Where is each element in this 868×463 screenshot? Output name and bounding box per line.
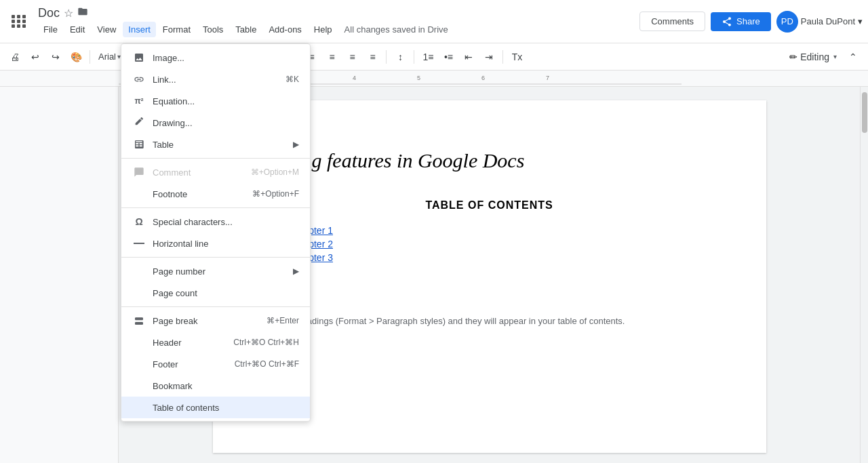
align-justify-button[interactable]: ≡ — [363, 47, 382, 66]
clear-formatting-button[interactable]: Tx — [507, 47, 526, 66]
comment-menu-icon — [132, 165, 146, 179]
menu-file[interactable]: File — [38, 22, 63, 37]
menu-item-equation[interactable]: π² Equation... — [121, 90, 310, 112]
font-name-value: Arial — [98, 52, 116, 62]
menu-item-bookmark[interactable]: Bookmark — [121, 375, 310, 397]
menu-help[interactable]: Help — [309, 22, 338, 37]
menu-item-page-break[interactable]: Page break ⌘+Enter — [121, 310, 310, 331]
apps-icon[interactable] — [5, 8, 33, 35]
toolbar-separator-1 — [90, 50, 90, 64]
menu-item-page-number[interactable]: Page number ▶ — [121, 260, 310, 282]
scrollbar[interactable] — [860, 87, 868, 463]
menu-divider-3 — [121, 257, 310, 258]
menu-item-comment: Comment ⌘+Option+M — [121, 161, 310, 183]
page-number-label: Page number — [153, 266, 293, 277]
toc-link-1[interactable]: Chapter 1 — [292, 225, 701, 236]
table-label: Table — [153, 140, 293, 150]
table-icon — [132, 138, 146, 151]
comment-shortcut: ⌘+Option+M — [251, 167, 299, 177]
user-info[interactable]: PD Paula DuPont ▾ — [776, 11, 863, 33]
folder-icon[interactable] — [77, 6, 88, 20]
link-shortcut: ⌘K — [285, 75, 299, 84]
increase-indent-button[interactable]: ⇥ — [479, 47, 498, 66]
menu-item-image[interactable]: Image... — [121, 47, 310, 68]
header-icon — [132, 336, 146, 349]
special-chars-icon: Ω — [132, 215, 146, 228]
doc-title-area: Doc ☆ File Edit View Insert Format Tools… — [38, 6, 639, 37]
svg-text:5: 5 — [417, 75, 420, 81]
toolbar-separator-8 — [502, 50, 503, 64]
toc-link-2[interactable]: Chapter 2 — [292, 239, 701, 249]
equation-label: Equation... — [153, 96, 299, 106]
menu-item-horizontal-line[interactable]: Horizontal line — [121, 233, 310, 254]
editing-mode-arrow: ▾ — [833, 53, 837, 60]
toc-link-3[interactable]: Chapter 3 — [292, 252, 701, 263]
page-count-icon — [132, 286, 146, 300]
menu-item-header[interactable]: Header Ctrl+⌘O Ctrl+⌘H — [121, 331, 310, 353]
svg-text:4: 4 — [353, 75, 356, 81]
bulleted-list-button[interactable]: •≡ — [439, 47, 458, 66]
user-name: Paula DuPont — [801, 16, 855, 26]
decrease-indent-button[interactable]: ⇤ — [459, 47, 478, 66]
menu-item-special-chars[interactable]: Ω Special characters... — [121, 211, 310, 233]
sidebar — [0, 87, 119, 463]
menu-format[interactable]: Format — [157, 22, 196, 37]
menu-table[interactable]: Table — [230, 22, 262, 37]
footnote-shortcut: ⌘+Option+F — [252, 189, 299, 199]
star-icon[interactable]: ☆ — [64, 7, 73, 20]
doc-title-row: Doc ☆ — [38, 6, 639, 20]
user-dropdown-arrow[interactable]: ▾ — [858, 16, 863, 26]
menu-addons[interactable]: Add-ons — [263, 22, 307, 37]
comments-button[interactable]: Comments — [639, 12, 705, 31]
menu-item-footer[interactable]: Footer Ctrl+⌘O Ctrl+⌘F — [121, 353, 310, 375]
footnote-label: Footnote — [153, 189, 252, 199]
page-break-shortcut: ⌘+Enter — [267, 316, 299, 325]
svg-text:7: 7 — [546, 75, 549, 81]
align-center-button[interactable]: ≡ — [322, 47, 341, 66]
menu-item-page-count[interactable]: Page count — [121, 282, 310, 304]
scroll-thumb[interactable] — [862, 92, 867, 133]
toolbar-separator-7 — [414, 50, 414, 64]
link-label: Link... — [153, 75, 285, 85]
numbered-list-button[interactable]: 1≡ — [418, 47, 437, 66]
toolbar-separator-6 — [386, 50, 387, 64]
menu-tools[interactable]: Tools — [197, 22, 229, 37]
link-menu-icon — [132, 73, 146, 86]
menu-view[interactable]: View — [92, 22, 121, 37]
print-button[interactable]: 🖨 — [5, 47, 24, 66]
undo-button[interactable]: ↩ — [26, 47, 45, 66]
menu-insert[interactable]: Insert — [123, 22, 156, 37]
toc-icon — [132, 401, 146, 414]
footnote-icon — [132, 187, 146, 201]
saved-status: All changes saved in Drive — [344, 24, 448, 35]
editing-mode-selector[interactable]: ✏ Editing ▾ — [784, 49, 842, 65]
top-bar: Doc ☆ File Edit View Insert Format Tools… — [0, 0, 868, 43]
page-count-label: Page count — [153, 288, 299, 298]
menu-item-table[interactable]: Table ▶ — [121, 134, 310, 155]
doc-title[interactable]: Doc — [38, 6, 60, 20]
line-spacing-button[interactable]: ↕ — [391, 47, 410, 66]
align-right-button[interactable]: ≡ — [342, 47, 361, 66]
page-number-submenu-arrow: ▶ — [293, 266, 299, 276]
toc-label: Table of contents — [153, 403, 299, 413]
horizontal-line-label: Horizontal line — [153, 239, 299, 249]
toc-heading: TABLE OF CONTENTS — [278, 199, 701, 212]
share-button[interactable]: Share — [711, 12, 771, 31]
table-submenu-arrow: ▶ — [293, 140, 299, 149]
menu-divider-4 — [121, 306, 310, 307]
footer-shortcut: Ctrl+⌘O Ctrl+⌘F — [235, 359, 299, 369]
footer-icon — [132, 357, 146, 371]
page-break-label: Page break — [153, 316, 267, 326]
redo-button[interactable]: ↪ — [46, 47, 65, 66]
menu-item-drawing[interactable]: Drawing... — [121, 112, 310, 134]
menu-item-link[interactable]: Link... ⌘K — [121, 68, 310, 90]
menu-item-toc[interactable]: Table of contents — [121, 397, 310, 418]
menu-edit[interactable]: Edit — [64, 22, 90, 37]
collapse-toolbar-button[interactable]: ⌃ — [844, 47, 863, 66]
insert-menu: Image... Link... ⌘K π² Equation... Drawi… — [121, 43, 311, 422]
page-break-icon — [132, 314, 146, 327]
paint-format-button[interactable]: 🎨 — [66, 47, 85, 66]
svg-text:6: 6 — [481, 75, 485, 81]
share-label: Share — [736, 16, 760, 26]
menu-item-footnote[interactable]: Footnote ⌘+Option+F — [121, 183, 310, 205]
